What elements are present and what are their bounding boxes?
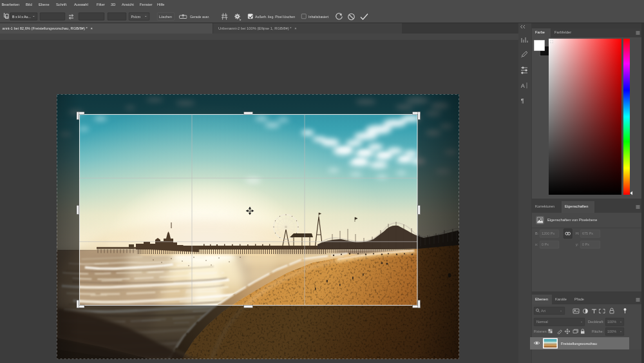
svg-text:A: A — [521, 83, 525, 89]
svg-text:¶: ¶ — [521, 97, 524, 104]
